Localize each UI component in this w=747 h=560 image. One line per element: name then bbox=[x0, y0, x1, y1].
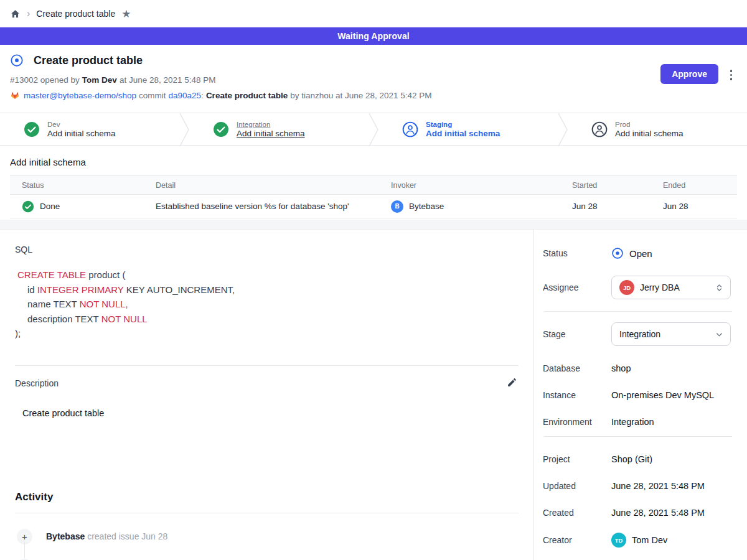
issue-meta: #13002 opened by Tom Dev at June 28, 202… bbox=[10, 75, 732, 85]
issue-sidebar: Status Open Assignee JD Jerry DBA bbox=[534, 230, 747, 560]
project-value[interactable]: Shop (Git) bbox=[611, 454, 652, 464]
assignee-select[interactable]: JD Jerry DBA bbox=[611, 276, 731, 299]
stage-dev[interactable]: Dev Add initial schema bbox=[0, 113, 179, 145]
stage-select[interactable]: Integration bbox=[611, 322, 731, 346]
sql-text: id bbox=[27, 284, 37, 295]
stage-done-icon bbox=[213, 121, 229, 138]
vcs-commit-byline: by tianzhou at June 28, 2021 5:42 PM bbox=[290, 91, 431, 100]
status-label: Status bbox=[543, 248, 611, 258]
task-table-header: Status Detail Invoker Started Ended bbox=[10, 176, 737, 195]
activity-heading: Activity bbox=[15, 491, 519, 503]
sql-text: product ( bbox=[86, 269, 125, 280]
updated-label: Updated bbox=[543, 481, 611, 491]
gitlab-icon bbox=[10, 90, 20, 100]
issue-meta-prefix: #13002 opened by bbox=[10, 75, 80, 85]
col-invoker: Invoker bbox=[379, 176, 560, 195]
stage-value: Integration bbox=[619, 329, 709, 339]
sql-keyword: NOT NULL bbox=[101, 314, 148, 324]
assignee-value: Jerry DBA bbox=[640, 282, 709, 292]
home-icon[interactable] bbox=[10, 9, 21, 19]
waiting-approval-banner: Waiting Approval bbox=[0, 27, 747, 45]
task-ended-text: Jun 28 bbox=[651, 195, 737, 218]
stage-pending-user-icon bbox=[591, 121, 608, 138]
task-done-icon bbox=[22, 200, 34, 213]
stage-env-label: Prod bbox=[615, 121, 684, 128]
issue-author: Tom Dev bbox=[82, 75, 117, 85]
updated-value: June 28, 2021 5:48 PM bbox=[611, 481, 705, 491]
database-value: shop bbox=[611, 363, 631, 373]
divider bbox=[15, 365, 519, 366]
sql-text: name TEXT bbox=[27, 299, 80, 309]
description-label: Description bbox=[15, 378, 59, 388]
task-table: Status Detail Invoker Started Ended Done… bbox=[10, 175, 737, 218]
creator-avatar: TD bbox=[611, 533, 626, 548]
stage-staging[interactable]: Staging Add initial schema bbox=[378, 113, 558, 145]
more-options-icon[interactable] bbox=[729, 68, 734, 82]
stage-prod[interactable]: Prod Add initial schema bbox=[568, 113, 747, 145]
instance-label: Instance bbox=[543, 390, 611, 400]
assignee-label: Assignee bbox=[543, 282, 611, 292]
edit-description-icon[interactable] bbox=[505, 376, 519, 391]
star-icon[interactable]: ★ bbox=[121, 7, 131, 21]
divider bbox=[544, 311, 732, 312]
vcs-commit-row: master@bytebase-demo/shop commit da90a25… bbox=[10, 90, 732, 100]
timeline-connector bbox=[24, 542, 25, 558]
issue-open-icon bbox=[10, 54, 24, 67]
stage-label: Stage bbox=[543, 329, 611, 339]
bytebase-issue-page: › Create product table ★ Waiting Approva… bbox=[0, 0, 747, 560]
task-heading: Add initial schema bbox=[10, 157, 737, 167]
invoker-avatar: B bbox=[391, 200, 403, 213]
col-ended: Ended bbox=[651, 176, 737, 195]
table-row[interactable]: Done Established baseline version %s for… bbox=[10, 195, 737, 218]
issue-title: Create product table bbox=[34, 54, 143, 67]
created-value: June 28, 2021 5:48 PM bbox=[611, 508, 705, 518]
project-label: Project bbox=[543, 454, 611, 464]
stage-done-icon bbox=[24, 121, 40, 138]
sql-text: KEY AUTO_INCREMENT, bbox=[123, 284, 235, 295]
vcs-commit-label: commit bbox=[139, 91, 166, 100]
section-divider-band bbox=[0, 220, 747, 230]
stage-env-label: Dev bbox=[47, 121, 116, 128]
stage-integration[interactable]: Integration Add initial schema bbox=[189, 113, 369, 145]
vcs-commit-message: Create product table bbox=[206, 91, 288, 100]
sql-keyword: NOT NULL, bbox=[80, 299, 128, 309]
pipeline-stage-bar: Dev Add initial schema Integration Add i… bbox=[0, 113, 747, 146]
status-open-icon bbox=[611, 247, 624, 259]
stage-separator bbox=[179, 113, 189, 146]
col-started: Started bbox=[560, 176, 651, 195]
sql-keyword: CREATE TABLE bbox=[17, 269, 86, 280]
up-down-icon bbox=[715, 283, 724, 292]
issue-detail-pane: SQL CREATE TABLE product ( id INTEGER PR… bbox=[0, 230, 534, 560]
environment-value: Integration bbox=[611, 417, 654, 427]
environment-label: Environment bbox=[543, 417, 611, 427]
col-detail: Detail bbox=[144, 176, 379, 195]
stage-env-label: Integration bbox=[237, 121, 305, 128]
issue-header: Create product table #13002 opened by To… bbox=[0, 45, 747, 113]
breadcrumb: › Create product table ★ bbox=[0, 0, 747, 27]
stage-task-label: Add initial schema bbox=[47, 129, 116, 138]
stage-pending-user-icon bbox=[402, 121, 418, 138]
approve-button[interactable]: Approve bbox=[660, 64, 718, 84]
sql-text: description TEXT bbox=[27, 314, 101, 324]
sql-keyword: INTEGER PRIMARY bbox=[37, 284, 124, 295]
vcs-colon: : bbox=[201, 91, 204, 100]
stage-separator bbox=[369, 113, 378, 146]
breadcrumb-current: Create product table bbox=[36, 9, 115, 19]
task-detail-text: Established baseline version %s for data… bbox=[144, 195, 379, 218]
divider bbox=[544, 436, 732, 437]
activity-action: created issue Jun 28 bbox=[87, 531, 167, 541]
description-text[interactable]: Create product table bbox=[22, 408, 519, 418]
stage-separator bbox=[558, 113, 568, 146]
sql-label: SQL bbox=[15, 245, 519, 254]
list-item: + Bytebase created issue Jun 28 bbox=[15, 529, 519, 544]
sql-code-block[interactable]: CREATE TABLE product ( id INTEGER PRIMAR… bbox=[15, 268, 519, 341]
issue-opened-time: at June 28, 2021 5:48 PM bbox=[120, 75, 216, 85]
stage-task-label: Add initial schema bbox=[615, 129, 684, 138]
banner-text: Waiting Approval bbox=[337, 31, 410, 41]
status-value: Open bbox=[629, 248, 652, 259]
vcs-commit-hash-link[interactable]: da90a25 bbox=[169, 91, 202, 100]
assignee-avatar: JD bbox=[619, 280, 634, 295]
divider bbox=[15, 513, 519, 513]
vcs-branch-link[interactable]: master@bytebase-demo/shop bbox=[24, 91, 136, 100]
instance-value: On-premises Dev MySQL bbox=[611, 390, 714, 400]
